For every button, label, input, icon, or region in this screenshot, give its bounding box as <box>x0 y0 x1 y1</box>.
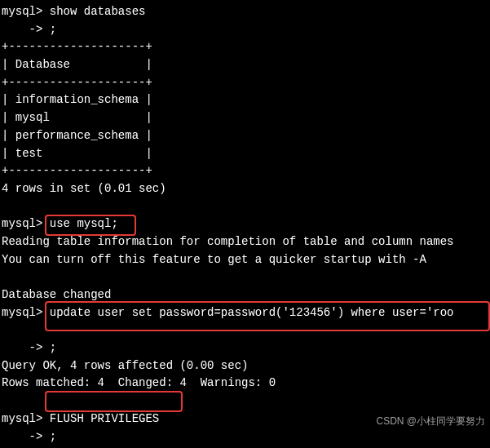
info-line: Reading table information for completion… <box>2 235 454 248</box>
mysql-prompt: mysql> <box>2 217 50 230</box>
table-border: +--------------------+ <box>2 40 152 53</box>
mysql-prompt: mysql> <box>2 412 50 425</box>
watermark: CSDN @小柱同学要努力 <box>376 414 485 429</box>
use-mysql-command: use mysql; <box>50 217 118 230</box>
info-line: You can turn off this feature to get a q… <box>2 253 426 266</box>
terminal-output[interactable]: mysql> show databases -> ; +------------… <box>0 0 490 448</box>
table-border: +--------------------+ <box>2 76 152 89</box>
flush-privileges-command: FLUSH PRIVILEGES <box>50 412 159 425</box>
continuation-line: -> ; <box>2 430 56 443</box>
mysql-prompt: mysql> <box>2 306 50 319</box>
table-row: | test | <box>2 147 152 160</box>
table-row: | mysql | <box>2 111 152 124</box>
update-password-command: update user set password=password('12345… <box>50 306 454 319</box>
continuation-line: -> ; <box>2 341 56 354</box>
line: -> ; <box>2 23 56 36</box>
query-result: Rows matched: 4 Changed: 4 Warnings: 0 <box>2 376 276 389</box>
table-border: +--------------------+ <box>2 164 152 177</box>
table-row: | information_schema | <box>2 93 152 106</box>
query-summary: 4 rows in set (0.01 sec) <box>2 182 166 195</box>
query-result: Query OK, 4 rows affected (0.00 sec) <box>2 359 248 372</box>
status-line: Database changed <box>2 288 111 301</box>
table-header: | Database | <box>2 58 152 71</box>
table-row: | performance_schema | <box>2 129 152 142</box>
line: mysql> show databases <box>2 5 145 18</box>
